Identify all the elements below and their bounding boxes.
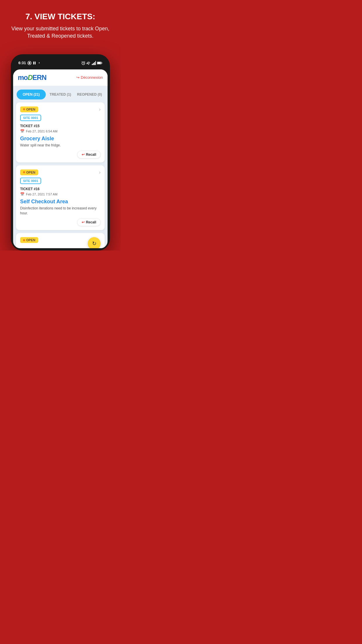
status-right	[81, 61, 102, 65]
tickets-list: OPEN › SITE 0001 TICKET #15 📅 Feb 27, 20…	[13, 99, 108, 248]
status-left: 6:31 ·	[18, 60, 40, 66]
tabs-container: OPEN (21) TREATED (1) REOPENED (0)	[13, 86, 108, 99]
svg-line-7	[82, 61, 82, 62]
svg-rect-17	[97, 62, 101, 64]
dot-indicator: ·	[38, 60, 40, 66]
chevron-right-icon-2: ›	[99, 170, 101, 175]
logout-label: Déconnexion	[81, 75, 103, 80]
svg-rect-15	[95, 61, 96, 65]
ticket-description-1: Water spill near the fridge.	[20, 143, 101, 148]
signal-icon	[92, 61, 96, 65]
ticket-card-1[interactable]: OPEN › SITE 0001 TICKET #15 📅 Feb 27, 20…	[16, 102, 105, 162]
alarm-icon	[81, 61, 85, 65]
svg-line-6	[83, 63, 84, 64]
calendar-icon-1: 📅	[20, 129, 24, 133]
app-header: moDERN ↪ Déconnexion	[13, 69, 108, 86]
chevron-right-icon-1: ›	[99, 107, 101, 112]
ticket-date-1: 📅 Feb 27, 2021 6:54 AM	[20, 129, 101, 133]
ticket-number-1: TICKET #15	[20, 124, 101, 128]
recall-label-2[interactable]: ↩ Recall	[77, 218, 101, 226]
header-section: 7. VIEW TICKETS: View your submitted tic…	[0, 0, 121, 48]
status-bar: 6:31 ·	[13, 57, 108, 69]
site-badge-1: SITE 0001	[20, 115, 41, 121]
svg-rect-13	[93, 63, 94, 65]
site-badge-2: SITE 0001	[20, 178, 41, 184]
ticket-location-1: Grocery Aisle	[20, 136, 101, 142]
card-top-row-2: OPEN ›	[20, 169, 101, 175]
ticket-number-2: TICKET #16	[20, 187, 101, 191]
open-dot-1	[23, 108, 25, 110]
refresh-icon: ↻	[92, 240, 96, 247]
svg-rect-12	[92, 64, 93, 65]
recall-label-1[interactable]: ↩ Recall	[77, 151, 101, 158]
logout-arrow-icon: ↪	[76, 75, 80, 80]
app-logo: moDERN	[18, 74, 46, 82]
recall-button-1[interactable]: ↩ Recall	[20, 151, 101, 158]
calendar-icon-2: 📅	[20, 192, 24, 196]
svg-line-8	[85, 61, 85, 62]
page-title: 7. VIEW TICKETS:	[9, 12, 112, 22]
recall-icon-1: ↩	[82, 153, 85, 157]
open-badge-3: OPEN	[20, 237, 38, 243]
tab-treated[interactable]: TREATED (1)	[46, 90, 75, 99]
ticket-location-2: Self Checkout Area	[20, 199, 101, 205]
ticket-card-2[interactable]: OPEN › SITE 0001 TICKET #16 📅 Feb 27, 20…	[16, 165, 105, 230]
phone-mockup: 6:31 ·	[11, 54, 110, 251]
page-subtitle: View your submitted tickets to track Ope…	[9, 25, 112, 40]
svg-rect-2	[33, 62, 34, 64]
recall-icon-2: ↩	[82, 220, 85, 224]
open-dot-2	[23, 171, 25, 173]
open-badge-2: OPEN	[20, 169, 38, 175]
ticket-description-2: Disinfection iterations need to be incre…	[20, 206, 101, 216]
wifi-icon	[87, 61, 91, 65]
svg-rect-18	[102, 62, 102, 64]
battery-icon	[97, 61, 102, 65]
ticket-card-3-partial: OPEN ↻	[16, 233, 105, 248]
logo-ern: ERN	[32, 74, 46, 81]
svg-rect-14	[94, 62, 95, 65]
logout-button[interactable]: ↪ Déconnexion	[76, 75, 103, 80]
play-icon	[33, 61, 37, 65]
tab-open[interactable]: OPEN (21)	[17, 90, 46, 99]
svg-rect-3	[35, 62, 36, 64]
notch	[46, 57, 75, 64]
logo-mo: mo	[18, 74, 28, 81]
time-display: 6:31	[18, 61, 26, 65]
circle-icon	[27, 61, 31, 65]
fab-refresh-button[interactable]: ↻	[88, 237, 101, 248]
ticket-date-2: 📅 Feb 27, 2021 7:57 AM	[20, 192, 101, 196]
logo-d: D	[28, 74, 32, 81]
svg-point-9	[88, 64, 89, 65]
tab-reopened[interactable]: REOPENED (0)	[75, 90, 104, 99]
open-dot-3	[23, 239, 25, 241]
svg-point-1	[29, 62, 30, 64]
open-badge-1: OPEN	[20, 106, 38, 112]
recall-button-2[interactable]: ↩ Recall	[20, 218, 101, 226]
card-top-row-1: OPEN ›	[20, 106, 101, 112]
phone-screen: moDERN ↪ Déconnexion OPEN (21) TREATED (…	[13, 69, 108, 248]
